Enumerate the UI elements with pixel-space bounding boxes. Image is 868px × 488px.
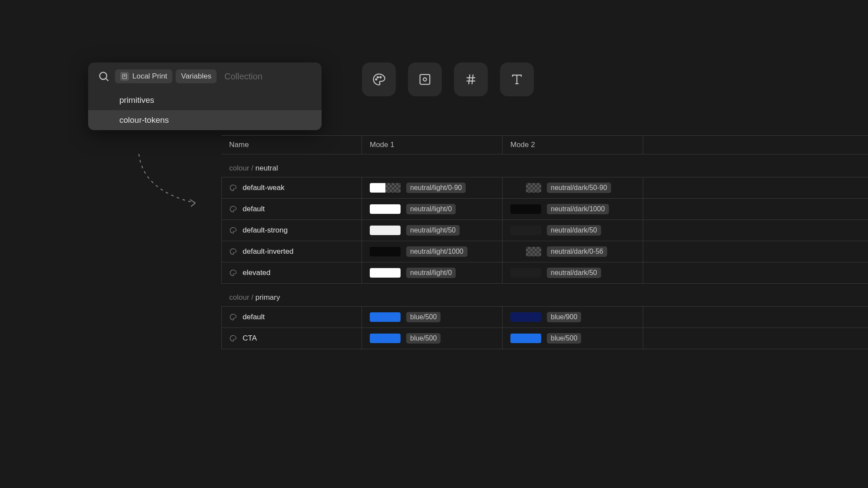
token-badge[interactable]: neutral/dark/50 [547, 225, 601, 236]
var-value-cell-mode1[interactable]: neutral/light/0 [362, 199, 503, 219]
color-swatch[interactable] [370, 226, 401, 235]
color-swatch[interactable] [510, 312, 541, 322]
var-name-cell[interactable]: default-inverted [221, 241, 362, 262]
group-rows: defaultblue/500blue/900CTAblue/500blue/5… [221, 306, 868, 349]
color-swatch[interactable] [370, 204, 401, 214]
dropdown-item-colour-tokens[interactable]: colour-tokens [88, 110, 322, 130]
color-swatch[interactable] [510, 183, 541, 193]
color-swatch[interactable] [370, 334, 401, 343]
token-badge[interactable]: blue/500 [406, 312, 441, 322]
token-badge[interactable]: neutral/light/0 [406, 268, 456, 278]
var-name: default [243, 205, 265, 213]
target-button[interactable] [408, 62, 442, 96]
breadcrumb-chips: Local Print Variables [115, 69, 217, 83]
palette-button[interactable] [362, 62, 396, 96]
file-icon [120, 72, 129, 81]
token-badge[interactable]: neutral/dark/50 [547, 268, 601, 278]
svg-rect-8 [420, 75, 430, 85]
svg-point-0 [100, 72, 107, 79]
group-label[interactable]: colour / neutral [221, 154, 868, 177]
token-badge[interactable]: neutral/light/1000 [406, 246, 467, 257]
svg-point-6 [377, 77, 378, 78]
table-row[interactable]: default-invertedneutral/light/1000neutra… [221, 241, 868, 262]
var-name: default-weak [243, 183, 284, 192]
color-swatch[interactable] [510, 334, 541, 343]
color-swatch[interactable] [510, 204, 541, 214]
color-swatch[interactable] [370, 183, 401, 193]
var-name: default [243, 313, 265, 321]
color-swatch[interactable] [510, 226, 541, 235]
table-row[interactable]: CTAblue/500blue/500 [221, 328, 868, 349]
hash-button[interactable] [454, 62, 488, 96]
square-target-icon [418, 73, 431, 86]
table-row[interactable]: default-weakneutral/light/0-90neutral/da… [221, 177, 868, 198]
dropdown-label: colour-tokens [119, 115, 169, 124]
token-badge[interactable]: blue/500 [547, 333, 581, 344]
var-name: elevated [243, 269, 270, 277]
table-row[interactable]: default-strongneutral/light/50neutral/da… [221, 219, 868, 241]
table-row[interactable]: defaultneutral/light/0neutral/dark/1000 [221, 198, 868, 219]
collection-dropdown: primitives colour-tokens [88, 90, 322, 130]
var-name: default-inverted [243, 247, 293, 256]
group-rows: default-weakneutral/light/0-90neutral/da… [221, 177, 868, 284]
var-name-cell[interactable]: default-weak [221, 177, 362, 198]
dropdown-item-primitives[interactable]: primitives [88, 90, 322, 110]
color-swatch[interactable] [370, 312, 401, 322]
color-swatch[interactable] [370, 268, 401, 278]
table-row[interactable]: defaultblue/500blue/900 [221, 306, 868, 328]
token-badge[interactable]: neutral/light/50 [406, 225, 460, 236]
var-value-cell-mode1[interactable]: neutral/light/0-90 [362, 177, 503, 198]
var-name-cell[interactable]: elevated [221, 262, 362, 283]
token-badge[interactable]: neutral/light/0-90 [406, 183, 466, 193]
var-name-cell[interactable]: default [221, 307, 362, 328]
search-header: Local Print Variables Collection [88, 62, 322, 90]
var-name-cell[interactable]: default-strong [221, 220, 362, 241]
var-value-cell-mode2[interactable]: neutral/dark/50 [503, 262, 643, 283]
token-badge[interactable]: neutral/dark/50-90 [547, 183, 611, 193]
group-name: primary [255, 293, 280, 301]
search-icon[interactable] [98, 70, 110, 82]
var-value-cell-mode1[interactable]: neutral/light/1000 [362, 241, 503, 262]
table-header-row: Name Mode 1 Mode 2 [221, 135, 868, 154]
type-button[interactable] [500, 62, 534, 96]
var-value-cell-mode1[interactable]: blue/500 [362, 328, 503, 349]
svg-line-13 [472, 75, 473, 85]
svg-line-12 [469, 75, 470, 85]
var-value-cell-mode1[interactable]: neutral/light/50 [362, 220, 503, 241]
svg-line-1 [106, 79, 108, 81]
var-value-cell-mode2[interactable]: neutral/dark/1000 [503, 199, 643, 219]
svg-point-7 [380, 77, 381, 78]
search-input[interactable]: Collection [224, 72, 263, 82]
palette-icon [230, 227, 237, 234]
color-swatch[interactable] [370, 247, 401, 256]
token-badge[interactable]: blue/500 [406, 333, 441, 344]
token-badge[interactable]: neutral/dark/1000 [547, 204, 609, 214]
table-row[interactable]: elevatedneutral/light/0neutral/dark/50 [221, 262, 868, 284]
palette-icon [230, 248, 237, 255]
var-value-cell-mode2[interactable]: neutral/dark/0-56 [503, 241, 643, 262]
chip-local-print[interactable]: Local Print [115, 69, 172, 83]
var-name-cell[interactable]: default [221, 199, 362, 219]
palette-icon [230, 184, 237, 191]
palette-icon [230, 335, 237, 342]
token-badge[interactable]: blue/900 [547, 312, 581, 322]
group-label[interactable]: colour / primary [221, 284, 868, 306]
var-name-cell[interactable]: CTA [221, 328, 362, 349]
header-mode1: Mode 1 [362, 136, 503, 154]
var-value-cell-mode2[interactable]: neutral/dark/50-90 [503, 177, 643, 198]
var-value-cell-mode1[interactable]: blue/500 [362, 307, 503, 328]
chip-variables[interactable]: Variables [176, 69, 217, 83]
svg-point-5 [375, 79, 377, 80]
group-prefix: colour / [229, 293, 255, 301]
color-swatch[interactable] [510, 268, 541, 278]
group-prefix: colour / [229, 164, 255, 172]
var-value-cell-mode2[interactable]: neutral/dark/50 [503, 220, 643, 241]
var-value-cell-mode2[interactable]: blue/500 [503, 328, 643, 349]
token-badge[interactable]: neutral/dark/0-56 [547, 246, 607, 257]
var-value-cell-mode2[interactable]: blue/900 [503, 307, 643, 328]
token-badge[interactable]: neutral/light/0 [406, 204, 456, 214]
variables-table: Name Mode 1 Mode 2 colour / neutraldefau… [221, 135, 868, 349]
svg-point-9 [423, 78, 427, 81]
color-swatch[interactable] [510, 247, 541, 256]
var-value-cell-mode1[interactable]: neutral/light/0 [362, 262, 503, 283]
